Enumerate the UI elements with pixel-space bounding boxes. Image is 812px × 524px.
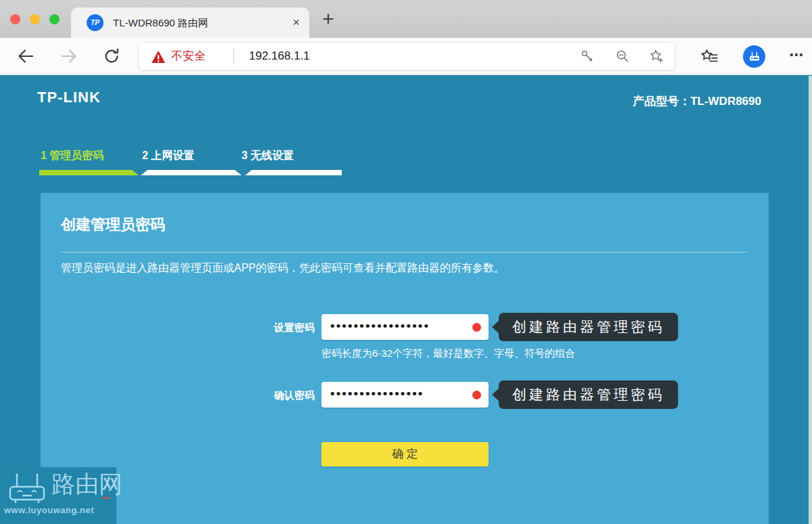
step-1-admin-password[interactable]: 1 管理员密码 xyxy=(41,149,104,163)
step-1-progress-bar xyxy=(39,170,139,175)
panel-divider xyxy=(61,252,748,253)
new-tab-button[interactable]: + xyxy=(317,8,340,31)
page-scrollbar[interactable] xyxy=(809,76,812,524)
tab-close-icon[interactable]: × xyxy=(292,7,300,38)
not-secure-label: 不安全 xyxy=(171,43,206,70)
router-extension-button[interactable] xyxy=(743,45,765,68)
set-password-input[interactable]: ••••••••••••••••• xyxy=(321,314,489,340)
masked-password-value: •••••••••••••••• xyxy=(330,382,424,408)
url-text[interactable]: 192.168.1.1 xyxy=(249,43,310,70)
validation-dot-icon xyxy=(472,391,481,399)
browser-tab[interactable]: TP TL-WDR8690 路由网 × xyxy=(71,7,309,38)
step-2-progress-bar xyxy=(141,170,242,175)
browser-toolbar: 不安全 192.168.1.1 ⋯ xyxy=(0,38,812,75)
masked-password-value: ••••••••••••••••• xyxy=(330,314,430,340)
refresh-icon xyxy=(102,47,121,66)
back-arrow-icon xyxy=(16,47,35,66)
favorites-star-list-icon xyxy=(700,47,719,66)
confirm-password-tooltip: 创建路由器管理密码 xyxy=(499,380,678,409)
confirm-password-input[interactable]: •••••••••••••••• xyxy=(321,382,489,408)
saved-passwords-key-icon[interactable] xyxy=(580,49,595,64)
watermark-smile-icon xyxy=(100,492,112,499)
set-password-tooltip: 创建路由器管理密码 xyxy=(499,313,678,341)
watermark-name: 路由网 xyxy=(51,468,122,500)
password-rule-hint: 密码长度为6-32个字符，最好是数字、字母、符号的组合 xyxy=(321,347,575,360)
create-password-panel: 创建管理员密码 管理员密码是进入路由器管理页面或APP的密码，凭此密码可查看并配… xyxy=(41,193,769,524)
confirm-button[interactable]: 确 定 xyxy=(321,442,489,466)
address-bar[interactable]: 不安全 192.168.1.1 xyxy=(138,42,675,70)
refresh-button[interactable] xyxy=(102,47,121,66)
panel-description: 管理员密码是进入路由器管理页面或APP的密码，凭此密码可查看并配置路由器的所有参… xyxy=(61,261,505,276)
zoom-out-icon[interactable] xyxy=(615,49,630,64)
favorites-button[interactable] xyxy=(700,47,719,66)
product-model-label: 产品型号：TL-WDR8690 xyxy=(633,93,761,109)
set-password-label: 设置密码 xyxy=(233,322,315,334)
watermark-router-icon xyxy=(8,473,46,504)
window-titlebar: TP TL-WDR8690 路由网 × + xyxy=(0,0,812,38)
panel-title: 创建管理员密码 xyxy=(61,215,165,235)
window-close-button[interactable] xyxy=(10,14,20,24)
router-setup-page: TP-LINK 产品型号：TL-WDR8690 1 管理员密码 2 上网设置 3… xyxy=(0,76,812,524)
confirm-password-label: 确认密码 xyxy=(233,389,315,402)
step-2-internet-settings[interactable]: 2 上网设置 xyxy=(142,149,194,163)
window-minimize-button[interactable] xyxy=(30,14,40,24)
step-3-progress-bar xyxy=(245,170,342,175)
not-secure-warning-icon xyxy=(151,50,166,64)
router-icon xyxy=(747,49,762,64)
browser-menu-button[interactable]: ⋯ xyxy=(789,38,805,75)
step-3-wireless-settings[interactable]: 3 无线设置 xyxy=(242,149,294,163)
add-favorite-star-icon[interactable] xyxy=(649,49,664,64)
tab-title: TL-WDR8690 路由网 xyxy=(113,7,208,38)
window-zoom-button[interactable] xyxy=(49,14,60,24)
tp-link-logo: TP-LINK xyxy=(37,89,101,106)
watermark-site-url: www.luyouwang.net xyxy=(4,505,94,515)
luyouwang-watermark: 路由网 www.luyouwang.net xyxy=(0,467,116,524)
forward-arrow-icon xyxy=(60,47,78,66)
validation-dot-icon xyxy=(472,323,481,332)
back-button[interactable] xyxy=(16,47,35,66)
forward-button[interactable] xyxy=(60,47,78,66)
url-separator xyxy=(233,49,234,64)
tab-favicon-icon: TP xyxy=(87,14,104,31)
